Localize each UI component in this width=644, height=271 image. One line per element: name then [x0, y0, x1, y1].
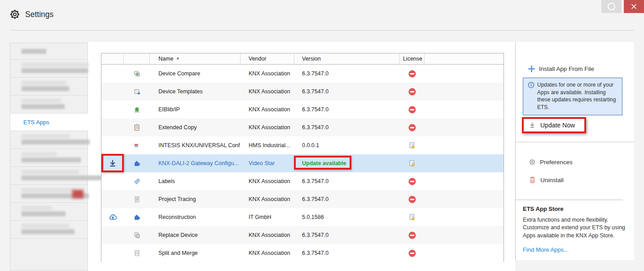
app-version: Update available [294, 160, 399, 166]
blurred-text [22, 86, 69, 91]
sidebar-item-blurred[interactable] [10, 221, 88, 239]
settings-window: Settings ETS Apps Name ▲ Vendor Version … [0, 0, 644, 271]
app-name: Labels [150, 178, 241, 184]
app-name: KNX-DALI-2 Gateway Configu... [150, 160, 241, 166]
notification-badge [72, 190, 83, 198]
blurred-text [22, 68, 88, 73]
app-version: 6.3.7547.0 [294, 124, 399, 131]
app-name: INTESIS KNX/UNIVERSAL Conf... [150, 142, 241, 149]
header-icon-column[interactable] [124, 53, 150, 64]
app-vendor: KNX Association [241, 250, 294, 256]
license-unlicensed-icon [399, 249, 425, 257]
table-row[interactable]: Project TracingKNX Association6.3.7547.0 [101, 190, 504, 208]
header-version-label: Version [302, 56, 321, 62]
blurred-text [22, 224, 69, 228]
split-merge-icon [124, 249, 150, 257]
app-version: 0.0.0.1 [294, 142, 399, 149]
blurred-text [22, 63, 89, 67]
sidebar-item-blurred[interactable] [10, 78, 88, 96]
apps-table: Name ▲ Vendor Version License Device Com… [101, 53, 504, 262]
app-vendor: IT GmbH [241, 214, 294, 220]
titlebar-circle-button[interactable] [601, 0, 622, 13]
panel-divider [515, 142, 634, 142]
table-row[interactable]: LabelsKNX Association6.3.7547.0 [101, 172, 504, 190]
plus-icon [528, 65, 535, 73]
panel-divider-2 [515, 200, 623, 200]
info-icon [528, 82, 534, 90]
sidebar-item-blurred[interactable] [10, 96, 88, 114]
app-vendor: KNX Association [241, 106, 294, 113]
sidebar-item-ets-apps[interactable]: ETS Apps [10, 114, 88, 131]
sidebar-item-blurred[interactable] [10, 43, 88, 60]
license-unlicensed-icon [399, 124, 425, 131]
header-license[interactable]: License [399, 53, 425, 64]
intesis-logo-icon [124, 142, 150, 149]
header-download-column[interactable] [101, 53, 124, 64]
table-row[interactable]: EIBlib/IPKNX Association6.3.7547.0 [101, 101, 504, 118]
table-row[interactable]: INTESIS KNX/UNIVERSAL Conf...HMS Industr… [101, 136, 504, 154]
table-row[interactable]: KNX-DALI-2 Gateway Configu...Video StarU… [101, 154, 504, 172]
header-name[interactable]: Name ▲ [150, 53, 241, 64]
header-vendor[interactable]: Vendor [241, 53, 294, 64]
license-unlicensed-icon [399, 196, 425, 203]
sidebar-item-blurred[interactable] [10, 60, 88, 78]
app-vendor: KNX Association [241, 124, 294, 131]
app-name: Replace Device [150, 232, 241, 238]
find-more-apps-link[interactable]: Find More Apps... [523, 246, 569, 253]
page-title: Settings [25, 10, 53, 19]
app-vendor: KNX Association [241, 196, 294, 202]
sidebar-item-blurred[interactable] [10, 167, 88, 185]
trash-icon [529, 176, 536, 184]
preferences-button[interactable]: Preferences [529, 156, 573, 168]
app-version: 6.3.7547.0 [294, 178, 399, 184]
sidebar: ETS Apps [10, 43, 88, 271]
uninstall-button[interactable]: Uninstall [529, 174, 564, 186]
table-row[interactable]: Device CompareKNX Association6.3.7547.0 [101, 65, 504, 83]
blurred-text [22, 206, 52, 210]
ets-app-store-description: Extra functions and more flexibility. Cu… [523, 216, 627, 240]
header-version[interactable]: Version [294, 53, 399, 64]
close-icon [631, 4, 637, 9]
app-vendor: KNX Association [241, 232, 294, 238]
table-row[interactable]: ✱Device TemplatesKNX Association6.3.7547… [101, 83, 504, 101]
download-icon [529, 122, 536, 129]
settings-gear-icon [9, 9, 21, 20]
close-button[interactable] [624, 0, 644, 13]
blurred-text [22, 175, 111, 180]
app-version: 6.3.7547.0 [294, 250, 399, 256]
license-unlicensed-icon [399, 232, 425, 239]
table-row[interactable]: Replace DeviceKNX Association6.3.7547.0 [101, 226, 504, 244]
svg-text:✱: ✱ [137, 92, 140, 95]
update-now-button[interactable]: Update Now [529, 118, 575, 132]
license-unlicensed-icon [399, 106, 425, 114]
blurred-text [22, 99, 61, 103]
app-vendor: KNX Association [241, 70, 294, 77]
app-version: 6.3.7547.0 [294, 232, 399, 238]
header-vendor-label: Vendor [249, 56, 267, 62]
table-header: Name ▲ Vendor Version License [101, 53, 504, 65]
license-unlicensed-icon [399, 70, 425, 78]
table-row[interactable]: Split and MergeKNX Association6.3.7547.0 [101, 244, 504, 262]
update-notice-text: Updates for one or more of your Apps are… [537, 81, 618, 111]
uninstall-label: Uninstall [540, 177, 564, 184]
tag-icon [124, 178, 150, 185]
sidebar-item-blurred[interactable] [10, 131, 88, 149]
blurred-text [22, 188, 74, 192]
device-templates-icon: ✱ [124, 88, 150, 95]
install-app-from-file-button[interactable]: Install App From File [528, 62, 594, 75]
ets-app-store-title: ETS App Store [523, 205, 564, 212]
puzzle-icon [124, 214, 150, 221]
sidebar-item-blurred[interactable] [10, 149, 88, 167]
blurred-text [22, 152, 57, 156]
app-version: 6.3.7547.0 [294, 196, 399, 202]
device-compare-icon [124, 70, 150, 77]
sidebar-item-blurred[interactable] [10, 203, 88, 221]
app-name: EIBlib/IP [150, 106, 241, 113]
preferences-label: Preferences [540, 159, 573, 166]
table-row[interactable]: ReconstructionIT GmbH5.0.1586 [101, 208, 504, 226]
table-row[interactable]: Extended CopyKNX Association6.3.7547.0 [101, 118, 504, 136]
license-certificate-icon [399, 142, 425, 149]
sidebar-item-blurred[interactable] [10, 185, 88, 203]
blurred-text [22, 211, 66, 216]
blurred-text [22, 157, 81, 162]
